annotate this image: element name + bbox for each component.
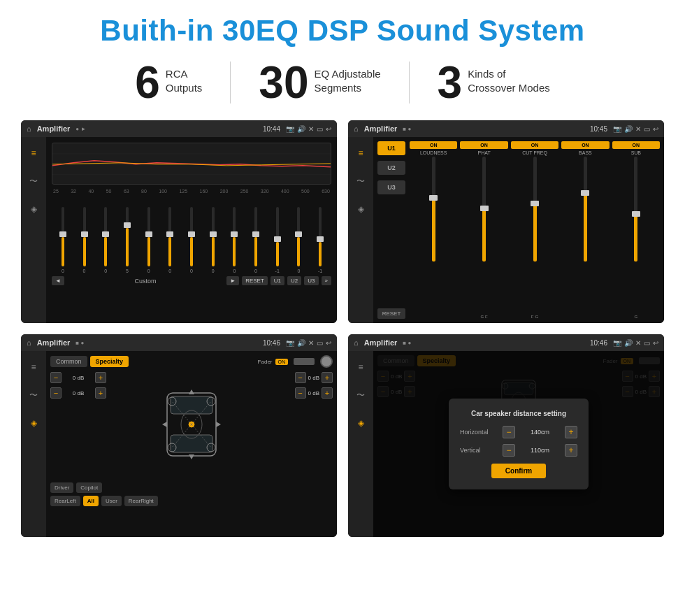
sp-minus-3[interactable]: − <box>295 372 306 383</box>
loudness-on-btn[interactable]: ON <box>410 141 457 149</box>
eq-play-btn[interactable]: ► <box>226 276 239 285</box>
sp-val-1: 0 dB <box>64 375 93 381</box>
speaker-topbar-time: 10:46 <box>263 339 280 347</box>
dialog-main: Common Specialty Fader ON −0 dB+ −0 dB+ <box>373 351 664 537</box>
speaker-controls-right: − 0 dB + − 0 dB + <box>277 372 333 477</box>
cutfreq-on-btn[interactable]: ON <box>511 141 558 149</box>
channel-bass: ON BASS <box>561 141 609 319</box>
speaker-body: − 0 dB + − 0 dB + <box>50 372 333 477</box>
crossover-main: U1 U2 U3 RESET ON LOUDNESS <box>373 137 664 323</box>
cutfreq-label: CUT FREQ <box>522 150 547 155</box>
crossover-topbar-icons: 📷🔊✕▭↩ <box>613 125 658 133</box>
eq-u3-btn[interactable]: U3 <box>304 276 318 285</box>
bass-on-btn[interactable]: ON <box>561 141 609 149</box>
sp-minus-1[interactable]: − <box>50 372 62 383</box>
stat-eq-label: EQ Adjustable Segments <box>315 60 381 94</box>
specialty-tab[interactable]: Specialty <box>90 356 129 367</box>
eq-topbar-title: Amplifier <box>37 124 71 133</box>
phat-label: PHAT <box>478 150 491 155</box>
eq-slider-12: 0 <box>289 207 309 273</box>
vertical-plus-btn[interactable]: + <box>565 444 577 457</box>
crossover-sidebar-eq-icon: ≡ <box>353 145 368 161</box>
stat-rca: 6 RCA Outputs <box>107 60 230 105</box>
crossover-topbar-title: Amplifier <box>364 124 398 133</box>
eq-sidebar-eq-icon: ≡ <box>26 145 41 161</box>
eq-slider-9: 0 <box>225 207 245 273</box>
sp-plus-1[interactable]: + <box>95 372 106 383</box>
crossover-reset-btn[interactable]: RESET <box>377 308 405 319</box>
crossover-sidebar-wave-icon: 〜 <box>353 173 368 189</box>
horizontal-plus-btn[interactable]: + <box>565 426 577 438</box>
eq-topbar-time: 10:44 <box>263 125 280 133</box>
confirm-button[interactable]: Confirm <box>491 464 546 478</box>
user-btn[interactable]: User <box>101 496 122 506</box>
horizontal-row: Horizontal − 140cm + <box>460 426 577 438</box>
dialog-topbar-time: 10:46 <box>590 339 607 347</box>
fader-knob[interactable] <box>320 355 333 368</box>
svg-marker-16 <box>189 389 194 394</box>
dialog-topbar-icons: 📷🔊✕▭↩ <box>613 339 658 347</box>
sub-on-btn[interactable]: ON <box>612 141 660 149</box>
rearleft-btn[interactable]: RearLeft <box>50 496 80 506</box>
eq-slider-13: -1 <box>310 207 330 273</box>
common-tab[interactable]: Common <box>50 356 87 367</box>
svg-marker-19 <box>216 422 221 427</box>
crossover-u3-btn[interactable]: U3 <box>377 180 405 194</box>
sp-db-row-3: − 0 dB + <box>295 372 333 383</box>
cutfreq-slider <box>511 157 558 313</box>
eq-sliders: 0 0 0 5 <box>52 196 331 273</box>
svg-marker-17 <box>189 454 194 459</box>
driver-btn[interactable]: Driver <box>50 482 73 493</box>
sp-plus-3[interactable]: + <box>322 372 333 383</box>
screenshots-grid: ⌂ Amplifier ● ► 10:44 📷🔊✕▭↩ ≡ 〜 ◈ <box>21 120 664 537</box>
eq-u1-btn[interactable]: U1 <box>271 276 284 285</box>
svg-rect-4 <box>171 396 212 414</box>
sp-plus-2[interactable]: + <box>95 387 106 399</box>
phat-on-btn[interactable]: ON <box>460 141 507 149</box>
eq-sidebar-speaker-icon: ◈ <box>26 201 41 217</box>
fader-row: Common Specialty Fader ON <box>50 355 333 368</box>
horizontal-value: 140cm <box>519 429 561 436</box>
speaker-sidebar-speaker-icon: ◈ <box>26 415 41 431</box>
sp-plus-4[interactable]: + <box>322 387 333 399</box>
sp-db-row-1: − 0 dB + <box>50 372 106 383</box>
eq-reset-btn[interactable]: RESET <box>242 276 268 285</box>
sp-db-row-4: − 0 dB + <box>295 387 333 399</box>
channel-phat: ON PHAT GF <box>460 141 507 319</box>
svg-rect-5 <box>171 435 212 452</box>
stat-crossover-label: Kinds of Crossover Modes <box>468 60 550 94</box>
sp-minus-2[interactable]: − <box>50 387 62 399</box>
horizontal-minus-btn[interactable]: − <box>503 426 515 438</box>
speaker-bottom-bar: Driver Copilot <box>50 482 333 493</box>
dialog-sidebar-wave-icon: 〜 <box>353 387 368 403</box>
eq-slider-10: 0 <box>246 207 266 273</box>
speaker-controls-left: − 0 dB + − 0 dB + <box>50 372 106 477</box>
stat-crossover-number: 3 <box>438 60 463 105</box>
eq-u2-btn[interactable]: U2 <box>287 276 301 285</box>
crossover-u2-btn[interactable]: U2 <box>377 161 405 175</box>
sp-val-2: 0 dB <box>64 390 93 396</box>
speaker-copilot-btn[interactable]: Copilot <box>76 482 102 493</box>
sp-minus-4[interactable]: − <box>295 387 306 399</box>
crossover-u1-btn[interactable]: U1 <box>377 141 405 155</box>
eq-slider-5: 0 <box>139 207 159 273</box>
crossover-home-icon: ⌂ <box>354 124 359 133</box>
eq-expand-btn[interactable]: » <box>322 276 331 285</box>
eq-slider-2: 0 <box>75 207 94 273</box>
home-icon: ⌂ <box>27 124 31 133</box>
eq-graph <box>52 143 331 185</box>
all-btn[interactable]: All <box>83 496 99 506</box>
stat-eq-number: 30 <box>259 60 308 105</box>
eq-screen: ⌂ Amplifier ● ► 10:44 📷🔊✕▭↩ ≡ 〜 ◈ <box>21 120 337 323</box>
crossover-channels: ON LOUDNESS ON PH <box>410 141 660 319</box>
rearright-btn[interactable]: RearRight <box>124 496 158 506</box>
eq-slider-1: 0 <box>53 207 73 273</box>
vertical-minus-btn[interactable]: − <box>503 444 515 457</box>
eq-prev-btn[interactable]: ◄ <box>52 276 64 285</box>
eq-slider-4: 5 <box>117 207 137 273</box>
speaker-sidebar-wave-icon: 〜 <box>26 387 41 403</box>
sp-db-row-2: − 0 dB + <box>50 387 106 399</box>
vertical-row: Vertical − 110cm + <box>460 444 577 457</box>
vertical-value: 110cm <box>519 447 561 454</box>
eq-sidebar-wave-icon: 〜 <box>26 173 41 189</box>
